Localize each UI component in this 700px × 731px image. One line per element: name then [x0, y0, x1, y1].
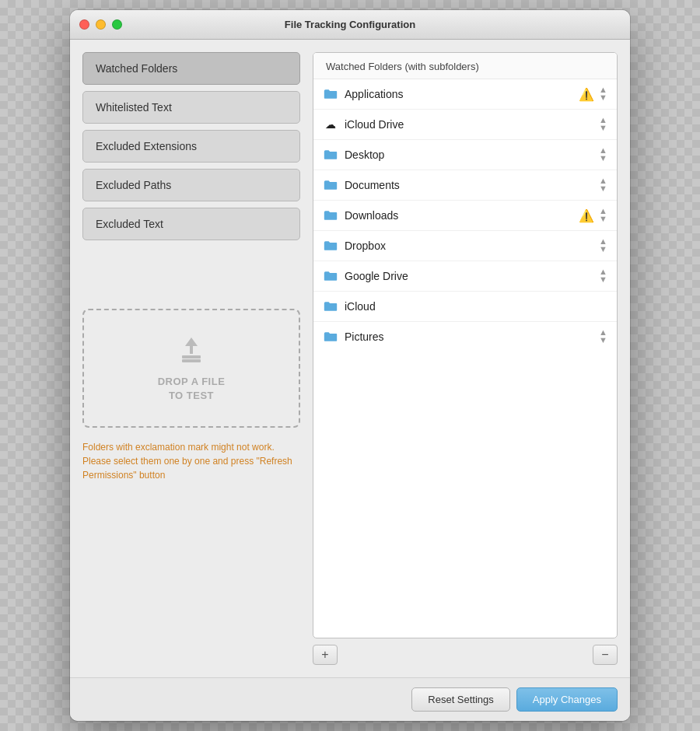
sort-arrows[interactable]: ▲▼	[599, 147, 607, 163]
titlebar: File Tracking Configuration	[70, 10, 630, 40]
folder-icon	[323, 208, 338, 223]
nav-excluded-text[interactable]: Excluded Text	[82, 208, 300, 240]
folder-name: iCloud	[345, 300, 607, 313]
folder-item-google-drive[interactable]: Google Drive ▲▼	[313, 261, 617, 292]
folder-name: Downloads	[345, 209, 579, 222]
list-toolbar: + −	[313, 645, 618, 665]
svg-marker-0	[185, 338, 198, 354]
drop-zone[interactable]: DROP A FILE TO TEST	[82, 309, 300, 428]
nav-whitelisted-text[interactable]: Whitelisted Text	[82, 91, 300, 124]
folder-icon	[323, 86, 338, 102]
left-panel: Watched Folders Whitelisted Text Exclude…	[82, 52, 300, 665]
minimize-button[interactable]	[96, 19, 106, 30]
dropbox-folder-icon	[324, 240, 338, 251]
sort-arrows[interactable]: ▲▼	[599, 208, 607, 223]
nav-excluded-extensions[interactable]: Excluded Extensions	[82, 130, 300, 163]
folder-name: Desktop	[345, 149, 599, 161]
desktop-folder-icon	[324, 149, 338, 160]
folder-name: Google Drive	[345, 270, 599, 282]
folder-icon	[323, 177, 338, 193]
folder-icon	[323, 299, 338, 314]
pictures-folder-icon	[324, 331, 338, 342]
cloud-icon: ☁	[323, 117, 338, 132]
folder-name: Documents	[345, 179, 599, 191]
nav-watched-folders[interactable]: Watched Folders	[82, 52, 300, 85]
folder-name: Applications	[345, 88, 579, 100]
main-window: File Tracking Configuration Watched Fold…	[70, 10, 630, 721]
svg-rect-2	[182, 359, 201, 362]
right-panel: Watched Folders (with subfolders) Applic…	[313, 52, 618, 665]
traffic-lights	[79, 19, 122, 30]
drop-text: DROP A FILE TO TEST	[158, 375, 226, 403]
folder-item-icloud[interactable]: iCloud	[313, 292, 617, 322]
sort-arrows[interactable]: ▲▼	[599, 86, 607, 102]
window-title: File Tracking Configuration	[285, 19, 415, 30]
sort-arrows[interactable]: ▲▼	[599, 329, 607, 345]
folder-icon	[323, 147, 338, 163]
folder-name: Dropbox	[345, 240, 599, 252]
folder-icon	[323, 329, 338, 345]
folder-list-container: Watched Folders (with subfolders) Applic…	[313, 52, 618, 638]
folder-item-downloads[interactable]: Downloads ⚠️ ▲▼	[313, 201, 617, 231]
folder-item-dropbox[interactable]: Dropbox ▲▼	[313, 231, 617, 261]
bottom-bar: Reset Settings Apply Changes	[70, 677, 630, 721]
maximize-button[interactable]	[112, 19, 122, 30]
content-area: Watched Folders Whitelisted Text Exclude…	[70, 40, 630, 677]
folder-item-documents[interactable]: Documents ▲▼	[313, 170, 617, 201]
sort-arrows[interactable]: ▲▼	[599, 177, 607, 193]
folder-icon	[323, 268, 338, 284]
folder-icon	[323, 238, 338, 254]
folder-item-pictures[interactable]: Pictures ▲▼	[313, 322, 617, 352]
folder-item-applications[interactable]: Applications ⚠️ ▲▼	[313, 79, 617, 110]
google-drive-folder-icon	[324, 271, 338, 282]
folder-name: iCloud Drive	[345, 118, 599, 131]
remove-folder-button[interactable]: −	[593, 645, 618, 665]
icloud-folder-icon	[324, 301, 338, 312]
downloads-folder-icon	[324, 210, 338, 221]
folder-name: Pictures	[345, 331, 599, 343]
apply-changes-button[interactable]: Apply Changes	[516, 687, 618, 712]
documents-folder-icon	[324, 180, 338, 191]
applications-folder-icon	[324, 89, 338, 100]
folder-list-header: Watched Folders (with subfolders)	[313, 53, 617, 79]
add-folder-button[interactable]: +	[313, 645, 338, 665]
warning-text: Folders with exclamation mark might not …	[82, 440, 300, 482]
reset-settings-button[interactable]: Reset Settings	[411, 687, 510, 712]
folder-item-icloud-drive[interactable]: ☁ iCloud Drive ▲▼	[313, 110, 617, 140]
drop-svg-icon	[176, 334, 207, 365]
svg-rect-1	[182, 355, 201, 359]
sort-arrows[interactable]: ▲▼	[599, 117, 607, 132]
drop-icon	[176, 334, 207, 369]
folder-item-desktop[interactable]: Desktop ▲▼	[313, 140, 617, 170]
warning-icon: ⚠️	[579, 208, 594, 223]
warning-icon: ⚠️	[579, 87, 594, 102]
nav-excluded-paths[interactable]: Excluded Paths	[82, 169, 300, 201]
folder-list: Applications ⚠️ ▲▼ ☁ iCloud Drive ▲▼	[313, 79, 617, 352]
sort-arrows[interactable]: ▲▼	[599, 268, 607, 284]
close-button[interactable]	[79, 19, 89, 30]
sort-arrows[interactable]: ▲▼	[599, 238, 607, 254]
